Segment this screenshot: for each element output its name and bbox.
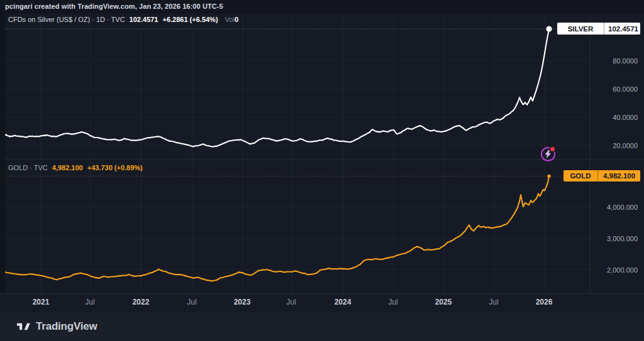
alert-notification-dot (549, 146, 556, 153)
x-axis-label: 2024 (324, 298, 362, 307)
x-axis-label: Jul (272, 298, 310, 307)
x-axis-label: 2026 (525, 298, 563, 307)
legend-gold[interactable]: GOLD · TVC 4,982.100 +43.730 (+0.89%) (8, 164, 143, 171)
x-axis-label: Jul (71, 298, 109, 307)
y-axis-label: 60.0000 (613, 85, 638, 94)
silver-badge-symbol: SILVER (557, 23, 604, 35)
chart-area[interactable]: CFDs on Silver (US$ / OZ) · 1D · TVC 102… (0, 13, 644, 312)
x-axis-label: 2023 (223, 298, 261, 307)
gold-change: +43.730 (+0.89%) (87, 164, 143, 171)
x-axis-label: 2025 (425, 298, 462, 307)
x-axis-label: Jul (475, 298, 513, 307)
y-axis-label: 4,000.000 (607, 203, 638, 212)
silver-vol-label: Vol (225, 16, 235, 23)
tradingview-logo-icon[interactable] (17, 322, 30, 332)
plot-left-margin (0, 13, 5, 293)
attribution-bar: pcingari created with TradingView.com, J… (0, 0, 644, 13)
gold-badge-symbol: GOLD (564, 170, 598, 181)
legend-silver[interactable]: CFDs on Silver (US$ / OZ) · 1D · TVC 102… (8, 16, 238, 23)
time-axis[interactable]: 2021Jul2022Jul2023Jul2024Jul2025Jul2026 (0, 293, 644, 313)
x-axis-label: Jul (173, 298, 211, 307)
silver-price-badge[interactable]: SILVER 102.4571 (557, 23, 640, 35)
footer-bar: TradingView (0, 312, 644, 341)
silver-badge-price: 102.4571 (604, 23, 640, 35)
silver-vol-value: 0 (235, 16, 238, 23)
gold-last-price: 4,982.100 (52, 164, 83, 171)
silver-symbol-title: CFDs on Silver (US$ / OZ) · 1D · TVC (8, 16, 125, 23)
y-axis-label: 20.0000 (613, 141, 638, 150)
y-axis-label: 3,000.000 (607, 234, 638, 243)
silver-last-price: 102.4571 (130, 16, 158, 23)
price-axis[interactable]: 80.000060.000040.000020.00004,000.0003,0… (590, 13, 644, 293)
chart-canvas[interactable] (0, 13, 644, 312)
attribution-text: pcingari created with TradingView.com, J… (5, 3, 223, 10)
x-axis-label: Jul (374, 298, 412, 307)
y-axis-label: 40.0000 (613, 113, 638, 122)
silver-change: +6.2861 (+6.54%) (163, 16, 218, 23)
x-axis-label: 2022 (122, 298, 160, 307)
tradingview-logo-text[interactable]: TradingView (36, 320, 97, 333)
gold-price-badge[interactable]: GOLD 4,982.100 (564, 170, 640, 181)
y-axis-label: 80.0000 (613, 57, 638, 65)
y-axis-label: 2,000.000 (607, 266, 638, 274)
gold-badge-price: 4,982.100 (598, 170, 640, 181)
x-axis-label: 2021 (22, 298, 60, 307)
alert-button[interactable] (541, 147, 555, 161)
gold-symbol-title: GOLD · TVC (8, 164, 48, 171)
